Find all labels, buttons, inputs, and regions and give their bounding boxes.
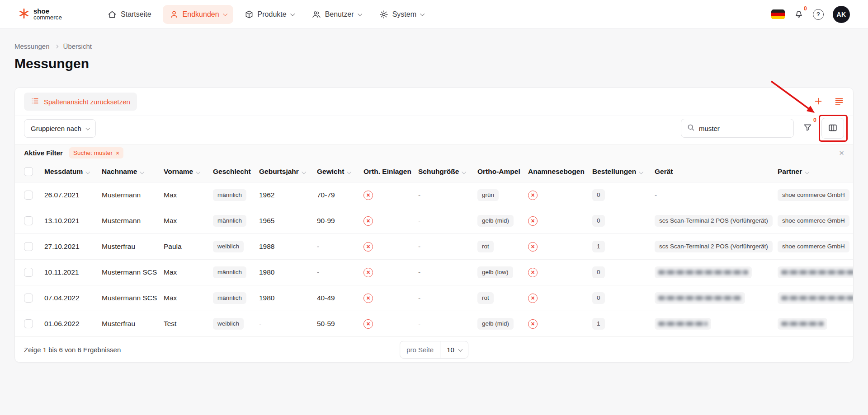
nav-label: Benutzer (325, 10, 354, 19)
geraet-redacted-badge (655, 266, 752, 278)
cell-schuhgroesse: - (418, 260, 477, 285)
column-header-orth_einlagen: Orth. Einlagen (363, 161, 418, 182)
column-header-vorname[interactable]: Vorname (164, 161, 213, 182)
sort-chevron-icon (462, 170, 467, 174)
column-label: Geschlecht (213, 168, 251, 175)
column-label: Messdatum (44, 168, 83, 175)
nav-item-benutzer[interactable]: Benutzer (305, 5, 368, 24)
row-checkbox[interactable] (24, 319, 33, 328)
funnel-icon (803, 123, 812, 134)
column-label: Ortho-Ampel (477, 168, 520, 175)
column-label: Schuhgröße (418, 168, 459, 175)
column-label: Anamnesebogen (528, 168, 585, 175)
row-checkbox[interactable] (24, 294, 33, 303)
add-button[interactable] (813, 96, 823, 107)
cell-gewicht: 90-99 (317, 208, 363, 234)
gender-badge: männlich (213, 266, 246, 279)
logo[interactable]: shoe commerce (18, 8, 62, 21)
cell-messdatum: 07.04.2022 (44, 285, 102, 311)
justify-lines-icon (834, 96, 844, 107)
column-header-gewicht[interactable]: Gewicht (317, 161, 363, 182)
column-header-bestellungen[interactable]: Bestellungen (592, 161, 655, 182)
column-label: Orth. Einlagen (363, 168, 411, 175)
list-view-button[interactable] (834, 96, 844, 107)
sort-chevron-icon (347, 170, 352, 174)
product-icon (245, 10, 254, 19)
notifications-button[interactable]: 0 (794, 9, 804, 20)
active-filters-label: Aktive Filter (24, 149, 63, 157)
nav-item-system[interactable]: System (373, 5, 430, 24)
page-title: Messungen (14, 56, 854, 72)
column-header-messdatum[interactable]: Messdatum (44, 161, 102, 182)
active-filters-bar: Aktive Filter Suche: muster × × (15, 144, 853, 161)
page-content: Messungen Übersicht Messungen Spaltenans… (0, 42, 868, 363)
bell-icon (794, 12, 804, 20)
nav-item-endkunden[interactable]: Endkunden (163, 5, 233, 24)
breadcrumb-messungen[interactable]: Messungen (14, 42, 50, 50)
table-header-row: MessdatumNachnameVornameGeschlechtGeburt… (15, 161, 854, 182)
cell-geraet (655, 311, 778, 337)
help-button[interactable]: ? (813, 9, 824, 20)
row-checkbox[interactable] (24, 216, 33, 225)
gear-icon (379, 10, 388, 19)
partner-badge: shoe commerce GmbH (778, 189, 849, 201)
nav-item-produkte[interactable]: Produkte (238, 5, 301, 24)
reset-columns-button[interactable]: Spaltenansicht zurücksetzen (24, 93, 137, 111)
column-header-ortho_ampel: Ortho-Ampel (477, 161, 528, 182)
table-row: 01.06.2022 Musterfrau Test weiblich - 50… (15, 311, 854, 337)
avatar[interactable]: AK (833, 6, 850, 23)
card-toolbar-row-1: Spaltenansicht zurücksetzen (15, 88, 853, 116)
cell-bestellungen: 0 (592, 182, 655, 208)
cell-partner (778, 260, 854, 285)
nav-item-startseite[interactable]: Startseite (101, 5, 158, 24)
cell-partner (778, 285, 854, 311)
column-settings-button[interactable] (821, 118, 844, 139)
select-all-header (15, 161, 44, 182)
ortho-ampel-badge: rot (477, 241, 494, 253)
search-input[interactable] (699, 125, 788, 132)
select-all-checkbox[interactable] (24, 167, 33, 176)
cell-vorname: Paula (164, 234, 213, 260)
per-page-select[interactable]: 10 (440, 341, 468, 358)
column-header-schuhgroesse[interactable]: Schuhgröße (418, 161, 477, 182)
columns-icon (828, 123, 838, 134)
cell-vorname: Max (164, 260, 213, 285)
german-flag-icon[interactable] (771, 9, 785, 19)
gender-badge: männlich (213, 292, 246, 304)
breadcrumb-uebersicht[interactable]: Übersicht (63, 42, 92, 50)
table-row: 07.04.2022 Mustermann SCS Max männlich 1… (15, 285, 854, 311)
column-header-partner[interactable]: Partner (778, 161, 854, 182)
filter-button[interactable]: 0 (801, 121, 814, 135)
ortho-ampel-badge: gelb (mid) (477, 318, 514, 330)
home-icon (108, 10, 117, 19)
search-box (681, 119, 794, 138)
group-by-dropdown[interactable]: Gruppieren nach (24, 119, 96, 138)
ortho-ampel-badge: grün (477, 189, 499, 201)
partner-badge: shoe commerce GmbH (778, 241, 849, 253)
column-label: Gerät (655, 168, 673, 175)
cross-circle-icon: × (363, 319, 373, 329)
table-footer: Zeige 1 bis 6 von 6 Ergebnissen pro Seit… (15, 337, 853, 362)
clear-filters-close-icon[interactable]: × (839, 149, 844, 157)
chevron-down-icon (358, 12, 362, 16)
top-navigation: shoe commerce Startseite Endkunden Produ… (0, 0, 868, 29)
chevron-right-icon (54, 44, 58, 48)
row-checkbox[interactable] (24, 191, 33, 200)
bestellungen-badge: 0 (592, 266, 605, 279)
cell-geschlecht: weiblich (213, 234, 259, 260)
sort-chevron-icon (639, 170, 644, 174)
cross-circle-icon: × (363, 294, 373, 303)
chip-close-icon[interactable]: × (116, 150, 119, 156)
column-header-nachname[interactable]: Nachname (102, 161, 164, 182)
cell-ortho-ampel: gelb (low) (477, 260, 528, 285)
cell-vorname: Test (164, 311, 213, 337)
reset-columns-label: Spaltenansicht zurücksetzen (44, 98, 130, 106)
toolbar-right-controls: 0 (681, 118, 844, 139)
row-checkbox[interactable] (24, 242, 33, 251)
measurements-card: Spaltenansicht zurücksetzen Gruppieren n… (14, 87, 854, 363)
cell-ortho-ampel: gelb (mid) (477, 208, 528, 234)
column-header-geburtsjahr[interactable]: Geburtsjahr (259, 161, 317, 182)
cell-vorname: Max (164, 285, 213, 311)
cell-checkbox (15, 208, 44, 234)
row-checkbox[interactable] (24, 268, 33, 277)
